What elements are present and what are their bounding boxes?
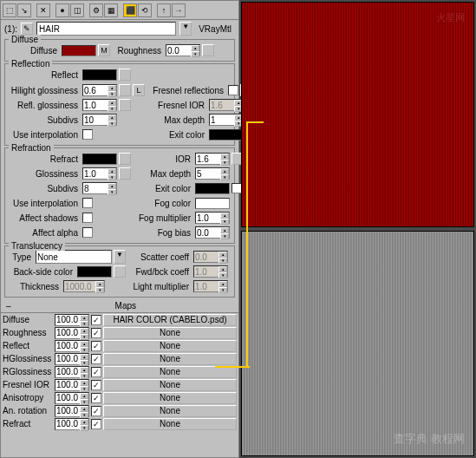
refl-subdivs-spinner[interactable]: ▴▾	[82, 114, 117, 126]
map-slot-button[interactable]: None	[103, 379, 237, 391]
shadows-checkbox[interactable]	[82, 213, 93, 223]
map-slot-button[interactable]: None	[103, 340, 237, 352]
map-amount-spinner[interactable]: ▴▾	[55, 366, 89, 378]
refl-gloss-label: Refl. glossiness	[8, 101, 81, 110]
hilight-gloss-spinner[interactable]: ▴▾	[82, 84, 117, 96]
reflect-swatch[interactable]	[82, 69, 117, 81]
options-icon[interactable]: ⚙	[89, 3, 103, 17]
type-dropdown-icon[interactable]: ▼	[114, 250, 126, 264]
collapse-icon[interactable]: –	[3, 301, 15, 311]
type-select[interactable]: None	[36, 250, 112, 264]
map-slot-button[interactable]: None	[103, 418, 237, 430]
refract-swatch[interactable]	[82, 154, 117, 165]
map-enable-checkbox[interactable]: ✓	[91, 341, 101, 351]
map-row: Fresnel IOR▴▾✓None	[1, 378, 238, 391]
map-amount-spinner[interactable]: ▴▾	[55, 379, 89, 391]
show-end-result-icon[interactable]: ⬛	[123, 3, 137, 17]
go-sibling-icon[interactable]: →	[172, 3, 186, 17]
lightmult-label: Light multiplier	[133, 282, 192, 291]
map-row: Reflect▴▾✓None	[1, 339, 238, 352]
map-amount-spinner[interactable]: ▴▾	[55, 418, 89, 430]
material-dropdown-icon[interactable]: ▼	[179, 22, 192, 36]
map-enable-checkbox[interactable]: ✓	[91, 354, 101, 364]
map-label: An. rotation	[3, 406, 53, 415]
backside-map-button[interactable]	[114, 265, 126, 278]
go-parent-icon[interactable]: ↑	[157, 3, 171, 17]
material-name-input[interactable]	[36, 22, 176, 36]
ior-spinner[interactable]: ▴▾	[195, 153, 230, 165]
refl-gloss-map-button[interactable]	[119, 99, 131, 111]
refract-map-button[interactable]	[119, 153, 131, 165]
map-amount-spinner[interactable]: ▴▾	[55, 327, 89, 339]
sphere-icon[interactable]: ●	[55, 3, 69, 17]
slot-label: (1):	[4, 24, 17, 34]
refr-exit-swatch[interactable]	[195, 183, 230, 194]
reflect-map-button[interactable]	[119, 69, 131, 81]
get-material-icon[interactable]: ⬚	[3, 3, 16, 17]
map-amount-spinner[interactable]: ▴▾	[55, 314, 89, 326]
show-map-icon[interactable]: ▦	[104, 3, 118, 17]
map-slot-button[interactable]: None	[103, 405, 237, 417]
map-enable-checkbox[interactable]: ✓	[91, 380, 101, 390]
refl-gloss-spinner[interactable]: ▴▾	[82, 99, 117, 111]
shadows-label: Affect shadows	[8, 213, 81, 223]
map-slot-button[interactable]: None	[103, 392, 237, 404]
fwdbck-label: Fwd/bck coeff	[133, 267, 192, 277]
refr-subdivs-spinner[interactable]: ▴▾	[82, 182, 117, 194]
map-enable-checkbox[interactable]: ✓	[91, 328, 101, 338]
refraction-section: Refraction Refract Glossiness▴▾ Subdivs▴…	[4, 147, 235, 244]
cube-icon[interactable]: ◫	[70, 3, 84, 17]
thickness-spinner: ▴▾	[63, 280, 105, 292]
map-enable-checkbox[interactable]: ✓	[91, 367, 101, 377]
diffuse-map-button[interactable]: M	[98, 44, 110, 56]
backside-swatch[interactable]	[77, 266, 112, 278]
map-amount-spinner[interactable]: ▴▾	[55, 340, 89, 352]
map-slot-button[interactable]: None	[103, 327, 237, 339]
refl-maxdepth-spinner[interactable]: ▴▾	[209, 114, 244, 126]
diffuse-label: Diffuse	[8, 46, 60, 56]
diffuse-swatch[interactable]	[62, 45, 96, 56]
refr-gloss-map-button[interactable]	[119, 167, 131, 180]
put-material-icon[interactable]: ↘	[17, 3, 31, 17]
reflection-title: Reflection	[9, 59, 52, 69]
map-enable-checkbox[interactable]: ✓	[91, 315, 101, 325]
map-row: Diffuse▴▾✓HAIR COLOR (CABELO.psd)	[1, 313, 238, 326]
fogbias-spinner[interactable]: ▴▾	[195, 226, 230, 239]
map-enable-checkbox[interactable]: ✓	[91, 419, 101, 429]
refraction-title: Refraction	[9, 143, 54, 153]
maps-header[interactable]: – Maps	[1, 299, 238, 313]
map-enable-checkbox[interactable]: ✓	[91, 406, 101, 416]
lock-button[interactable]: L	[133, 84, 145, 96]
material-type[interactable]: VRayMtl	[195, 24, 235, 34]
reflection-section: Reflection Reflect Hilight glossiness▴▾L…	[4, 63, 235, 146]
alpha-checkbox[interactable]	[82, 227, 93, 238]
map-slot-button[interactable]: None	[103, 366, 237, 378]
map-slot-button[interactable]: None	[103, 353, 237, 365]
map-amount-spinner[interactable]: ▴▾	[55, 353, 89, 365]
map-amount-spinner[interactable]: ▴▾	[55, 405, 89, 417]
interp-checkbox[interactable]	[82, 129, 93, 140]
roughness-map-button[interactable]	[202, 44, 214, 56]
lightmult-spinner: ▴▾	[193, 280, 228, 292]
fresnel-checkbox[interactable]	[228, 85, 238, 95]
fogmult-spinner[interactable]: ▴▾	[195, 212, 230, 224]
refr-interp-label: Use interpolation	[8, 199, 81, 208]
type-label: Type	[8, 252, 34, 262]
refr-gloss-spinner[interactable]: ▴▾	[82, 167, 117, 180]
refr-maxdepth-spinner[interactable]: ▴▾	[195, 167, 230, 180]
map-enable-checkbox[interactable]: ✓	[91, 393, 101, 403]
texture-previews: 火星网 查字典 教程网	[239, 0, 476, 458]
refr-interp-checkbox[interactable]	[82, 198, 93, 208]
pick-icon[interactable]: ✎	[21, 23, 33, 35]
delete-icon[interactable]: ✕	[36, 3, 50, 17]
map-row: An. rotation▴▾✓None	[1, 404, 238, 417]
fog-swatch[interactable]	[195, 198, 230, 209]
roughness-spinner[interactable]: ▴▾	[166, 44, 200, 56]
map-amount-spinner[interactable]: ▴▾	[55, 392, 89, 404]
refl-exit-swatch[interactable]	[209, 129, 244, 141]
map-slot-button[interactable]: HAIR COLOR (CABELO.psd)	[103, 314, 237, 326]
nav-icon[interactable]: ⟲	[138, 3, 152, 17]
hilight-map-button[interactable]	[119, 84, 131, 96]
hilight-gloss-label: Hilight glossiness	[8, 86, 81, 95]
translucency-title: Translucency	[9, 241, 65, 251]
